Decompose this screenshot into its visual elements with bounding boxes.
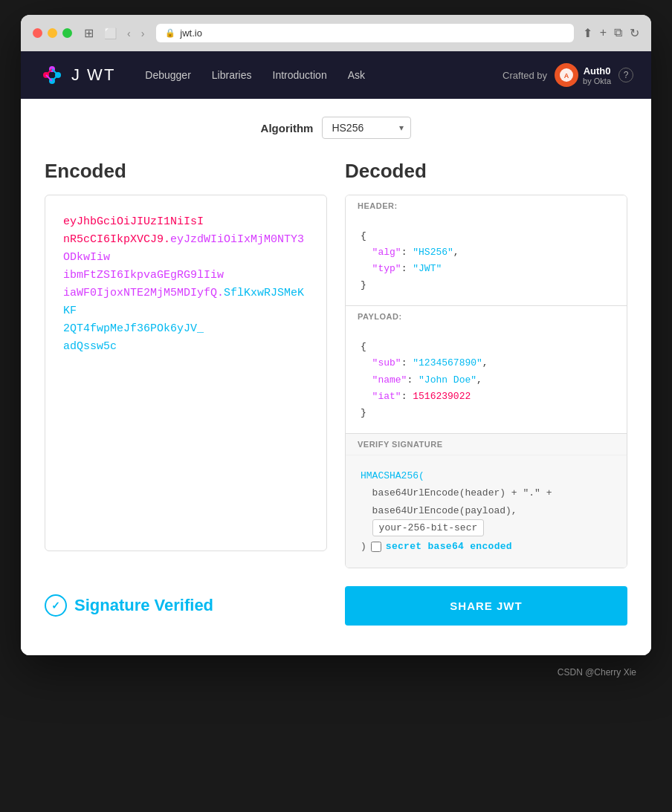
header-colon1: : [401, 247, 413, 258]
header-typ-value: "JWT" [413, 263, 442, 274]
forward-button[interactable]: › [138, 26, 148, 41]
logo-area: J WT [39, 62, 115, 88]
nav-link-libraries[interactable]: Libraries [212, 69, 252, 81]
maximize-button[interactable] [62, 28, 72, 38]
svg-line-5 [52, 69, 58, 75]
sidebar-icon-button[interactable]: ⬜ [101, 26, 120, 41]
verify-label: VERIFY SIGNATURE [346, 434, 627, 455]
new-tab-icon[interactable]: + [600, 26, 607, 40]
payload-comma1: , [482, 357, 488, 368]
header-comma1: , [453, 247, 459, 258]
share-jwt-button[interactable]: SHARE JWT [345, 586, 627, 626]
algorithm-select[interactable]: HS256 HS384 HS512 RS256 RS384 RS512 [322, 117, 411, 139]
auth0-logo: Auth0 by Okta [583, 65, 611, 85]
nav-links: Debugger Libraries Introduction Ask [145, 69, 503, 81]
logo-text: J WT [71, 65, 115, 85]
nav-link-introduction[interactable]: Introduction [273, 69, 327, 81]
auth0-icon: A [559, 68, 574, 82]
payload-label: PAYLOAD: [346, 306, 627, 327]
verify-base64-payload: base64UrlEncode(payload), [372, 505, 517, 516]
encoded-dot2: . [217, 287, 224, 299]
base64-label: secret base64 encoded [386, 538, 512, 555]
encoded-box[interactable]: eyJhbGciOiJIUzI1NiIsInR5cCI6IkpXVCJ9.eyJ… [45, 195, 327, 551]
payload-open-brace: { [361, 341, 366, 352]
auth0-badge: A [555, 63, 578, 87]
header-body[interactable]: { "alg": "HS256", "typ": "JWT" } [346, 216, 627, 305]
bottom-row: ✓ Signature Verified SHARE JWT [45, 586, 627, 626]
watermark: CSDN @Cherry Xie [21, 667, 651, 678]
header-section: HEADER: { "alg": "HS256", "typ": "JWT" } [346, 195, 627, 306]
payload-colon3: : [401, 391, 413, 402]
browser-controls: ⊞ ⬜ ‹ › [81, 25, 147, 42]
svg-text:A: A [564, 72, 569, 79]
address-bar[interactable]: 🔒 jwt.io [156, 24, 573, 42]
help-button[interactable]: ? [618, 68, 633, 82]
app-nav: J WT Debugger Libraries Introduction Ask… [21, 51, 651, 99]
sidebar-toggle-button[interactable]: ⊞ [81, 25, 97, 42]
verify-line1: HMACSHA256( [361, 470, 424, 481]
crafted-by-label: Crafted by [503, 70, 547, 81]
minimize-button[interactable] [48, 28, 57, 38]
header-alg-value: "HS256" [413, 247, 453, 258]
payload-sub-value: "1234567890" [413, 357, 482, 368]
browser-content: J WT Debugger Libraries Introduction Ask… [21, 51, 651, 655]
svg-line-7 [52, 75, 58, 81]
lock-icon: 🔒 [165, 28, 175, 38]
svg-line-4 [46, 69, 52, 75]
header-open-brace: { [361, 230, 366, 241]
signature-verified: ✓ Signature Verified [45, 594, 327, 617]
payload-name-key: "name" [372, 374, 407, 386]
base64-checkbox[interactable] [371, 542, 381, 552]
payload-colon2: : [407, 374, 419, 386]
browser-titlebar: ⊞ ⬜ ‹ › 🔒 jwt.io ⬆ + ⧉ ↻ [21, 15, 651, 51]
main-content: Algorithm HS256 HS384 HS512 RS256 RS384 … [21, 99, 651, 655]
verify-close-paren: ) [361, 538, 366, 555]
two-col-layout: Encoded eyJhbGciOiJIUzI1NiIsInR5cCI6IkpX… [45, 160, 627, 568]
header-typ-key: "typ" [372, 263, 401, 274]
payload-name-value: "John Doe" [419, 374, 476, 386]
payload-close-brace: } [361, 407, 366, 418]
crafted-by-section: Crafted by A Auth0 by Okta ? [503, 63, 633, 87]
payload-iat-key: "iat" [372, 391, 401, 402]
verify-body[interactable]: HMACSHA256( base64UrlEncode(header) + ".… [346, 455, 627, 568]
algorithm-select-wrapper: HS256 HS384 HS512 RS256 RS384 RS512 [322, 117, 411, 139]
header-label: HEADER: [346, 195, 627, 216]
payload-colon1: : [401, 357, 413, 368]
svg-line-6 [46, 75, 52, 81]
secret-input[interactable] [372, 519, 484, 536]
encoded-dot1: . [164, 233, 170, 246]
payload-iat-value: 1516239022 [413, 391, 471, 402]
back-button[interactable]: ‹ [124, 26, 134, 41]
nav-link-ask[interactable]: Ask [348, 69, 365, 81]
jwt-logo-icon [39, 62, 65, 88]
header-close-brace: } [361, 279, 366, 290]
algorithm-label: Algorithm [261, 122, 314, 134]
algorithm-row: Algorithm HS256 HS384 HS512 RS256 RS384 … [45, 117, 627, 139]
header-colon2: : [401, 263, 413, 274]
payload-body[interactable]: { "sub": "1234567890", "name": "John Doe… [346, 327, 627, 432]
share-icon[interactable]: ⬆ [583, 26, 592, 40]
url-display: jwt.io [180, 27, 202, 39]
verify-base64-header: base64UrlEncode(header) + "." + [372, 487, 552, 498]
decoded-section: Decoded HEADER: { "alg": "HS256", "typ":… [345, 160, 627, 568]
header-alg-key: "alg" [372, 247, 401, 258]
reload-icon[interactable]: ↻ [630, 26, 639, 40]
encoded-section: Encoded eyJhbGciOiJIUzI1NiIsInR5cCI6IkpX… [45, 160, 327, 568]
check-icon: ✓ [45, 594, 67, 617]
auth0-sub: by Okta [583, 77, 611, 85]
payload-comma2: , [476, 374, 482, 386]
auth0-name: Auth0 [584, 65, 611, 77]
decoded-box: HEADER: { "alg": "HS256", "typ": "JWT" }… [345, 195, 627, 568]
tab-view-icon[interactable]: ⧉ [614, 26, 622, 40]
nav-link-debugger[interactable]: Debugger [145, 69, 191, 81]
encoded-title: Encoded [45, 160, 327, 183]
verify-section: VERIFY SIGNATURE HMACSHA256( base64UrlEn… [346, 434, 627, 568]
close-button[interactable] [33, 28, 42, 38]
base64-check-row: ) secret base64 encoded [361, 538, 612, 555]
decoded-title: Decoded [345, 160, 627, 183]
watermark-text: CSDN @Cherry Xie [558, 667, 636, 678]
payload-section: PAYLOAD: { "sub": "1234567890", "name": … [346, 306, 627, 433]
browser-window: ⊞ ⬜ ‹ › 🔒 jwt.io ⬆ + ⧉ ↻ [21, 15, 651, 655]
traffic-lights [33, 28, 72, 38]
payload-sub-key: "sub" [372, 357, 401, 368]
